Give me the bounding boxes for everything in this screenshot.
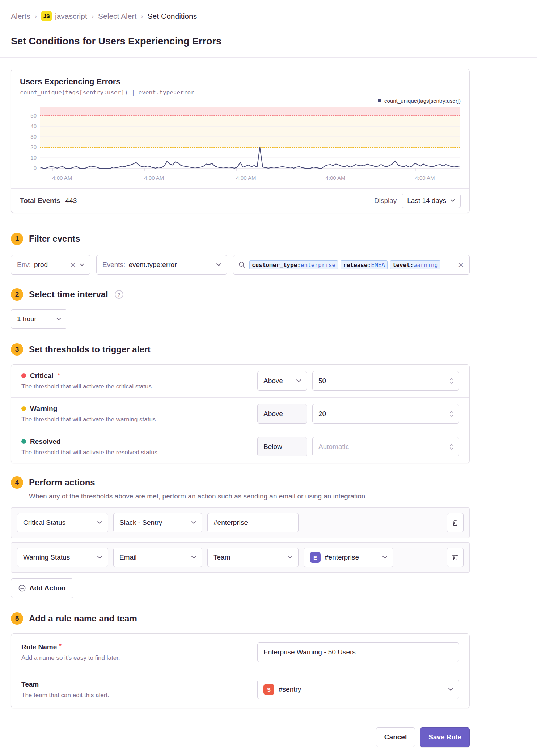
- delete-action-button[interactable]: [447, 513, 464, 532]
- action-trigger-value: Critical Status: [23, 519, 65, 527]
- save-rule-button[interactable]: Save Rule: [420, 727, 470, 747]
- resolved-condition: Below: [257, 437, 307, 456]
- step-3-badge: 3: [11, 343, 23, 356]
- step-4-badge: 4: [11, 476, 23, 489]
- add-action-button[interactable]: Add Action: [11, 578, 73, 598]
- action-service-value: Email: [119, 553, 137, 561]
- warning-condition: Above: [257, 404, 307, 424]
- environment-select[interactable]: Env: prod ×: [11, 255, 90, 275]
- action-team-select[interactable]: E #enterprise: [304, 548, 393, 567]
- chevron-down-icon: [296, 379, 301, 382]
- svg-text:20: 20: [30, 144, 37, 150]
- chevron-down-icon: [448, 688, 453, 691]
- search-token[interactable]: customer_type:enterprise: [249, 260, 338, 269]
- team-select[interactable]: S #sentry: [257, 680, 459, 699]
- time-interval-select[interactable]: 1 hour: [11, 309, 67, 329]
- display-period-select[interactable]: Last 14 days: [402, 194, 461, 208]
- clear-search-icon[interactable]: ×: [458, 261, 464, 269]
- search-filter-input[interactable]: customer_type:enterprise release:EMEA le…: [233, 255, 470, 275]
- trash-icon: [452, 554, 458, 561]
- critical-threshold-input[interactable]: [312, 371, 459, 391]
- required-asterisk: *: [59, 643, 61, 649]
- resolved-threshold-row: Resolved The threshold that will activat…: [11, 430, 469, 463]
- step-rule-name: 5 Add a rule name and team Rule Name * A…: [11, 612, 470, 708]
- action-service-select[interactable]: Email: [113, 548, 202, 567]
- chart-panel: Users Experiencing Errors count_unique(t…: [11, 69, 470, 213]
- action-target-type-select[interactable]: Team: [207, 548, 299, 567]
- action-trigger-select[interactable]: Critical Status: [17, 513, 108, 532]
- chevron-down-icon: [288, 556, 292, 559]
- warning-threshold-input[interactable]: [312, 404, 459, 424]
- breadcrumb-separator: ›: [92, 12, 94, 20]
- total-events-value: 443: [65, 197, 77, 205]
- stepper-icon[interactable]: [449, 410, 454, 417]
- chevron-down-icon: [382, 556, 387, 559]
- svg-text:4:00 AM: 4:00 AM: [52, 175, 72, 181]
- help-icon[interactable]: ?: [115, 290, 123, 299]
- action-service-select[interactable]: Slack - Sentry: [113, 513, 202, 532]
- chevron-down-icon: [56, 318, 61, 320]
- token-value: warning: [414, 262, 438, 268]
- search-token[interactable]: release:EMEA: [341, 260, 388, 269]
- svg-text:4:00 AM: 4:00 AM: [325, 175, 345, 181]
- action-target-type-value: Team: [213, 553, 230, 561]
- token-key: release:: [343, 262, 371, 268]
- action-trigger-select[interactable]: Warning Status: [17, 548, 108, 567]
- action-trigger-value: Warning Status: [23, 553, 70, 561]
- delete-action-button[interactable]: [447, 548, 464, 567]
- step-2-badge: 2: [11, 288, 23, 301]
- breadcrumb-separator: ›: [141, 12, 143, 20]
- critical-condition-select[interactable]: Above: [257, 371, 307, 391]
- page-header: Alerts › JS javascript › Select Alert › …: [0, 0, 537, 58]
- warning-description: The threshold that will activate the war…: [21, 416, 257, 423]
- svg-text:0: 0: [34, 165, 37, 171]
- resolved-condition-value: Below: [263, 443, 282, 451]
- stepper-icon[interactable]: [449, 443, 454, 450]
- critical-threshold-field[interactable]: [318, 377, 449, 385]
- token-key: level:: [393, 262, 414, 268]
- chevron-down-icon: [191, 556, 196, 559]
- rule-name-input[interactable]: [257, 642, 459, 662]
- breadcrumb-current: Set Conditions: [148, 12, 197, 21]
- search-token[interactable]: level:warning: [390, 260, 440, 269]
- step-3-title: Set thresholds to trigger alert: [29, 344, 151, 354]
- thresholds-panel: Critical * The threshold that will activ…: [11, 364, 470, 463]
- event-types-select[interactable]: Events: event.type:error: [96, 255, 227, 275]
- cancel-button[interactable]: Cancel: [376, 727, 415, 747]
- warning-label: Warning: [30, 405, 57, 413]
- total-events-label: Total Events: [20, 197, 60, 205]
- token-value: EMEA: [371, 262, 385, 268]
- breadcrumb: Alerts › JS javascript › Select Alert › …: [11, 11, 526, 21]
- breadcrumb-alerts[interactable]: Alerts: [11, 12, 30, 21]
- breadcrumb-project[interactable]: JS javascript: [41, 11, 87, 21]
- clear-environment-icon[interactable]: ×: [70, 261, 76, 269]
- chevron-down-icon: [451, 199, 455, 202]
- breadcrumb-select-alert[interactable]: Select Alert: [98, 12, 136, 21]
- legend-label: count_unique(tags[sentry:user]): [384, 98, 461, 104]
- resolved-threshold-input[interactable]: [312, 437, 459, 456]
- critical-condition-value: Above: [263, 377, 283, 385]
- add-action-label: Add Action: [29, 584, 66, 592]
- page-title: Set Conditions for Users Experiencing Er…: [11, 36, 526, 47]
- line-chart: 010203040504:00 AM4:00 AM4:00 AM4:00 AM4…: [11, 105, 469, 188]
- slack-channel-input[interactable]: [207, 513, 299, 532]
- sentry-team-avatar: S: [263, 684, 274, 695]
- critical-threshold-row: Critical * The threshold that will activ…: [11, 365, 469, 398]
- step-1-badge: 1: [11, 233, 23, 245]
- step-1-title: Filter events: [29, 234, 80, 244]
- warning-threshold-row: Warning The threshold that will activate…: [11, 398, 469, 430]
- rule-name-description: Add a name so it's easy to find later.: [21, 654, 257, 662]
- action-team-value: #enterprise: [325, 553, 359, 561]
- form-footer: Cancel Save Rule: [11, 718, 470, 756]
- step-perform-actions: 4 Perform actions When any of the thresh…: [11, 476, 470, 598]
- javascript-project-icon: JS: [41, 11, 52, 21]
- warning-threshold-field[interactable]: [318, 410, 449, 418]
- stepper-icon[interactable]: [449, 377, 454, 385]
- resolved-threshold-field[interactable]: [318, 443, 449, 451]
- svg-text:4:00 AM: 4:00 AM: [144, 175, 164, 181]
- environment-label: Env:: [17, 261, 31, 269]
- breadcrumb-separator: ›: [35, 12, 37, 20]
- token-key: customer_type:: [252, 262, 301, 268]
- display-label: Display: [374, 197, 397, 205]
- event-types-label: Events:: [102, 261, 125, 269]
